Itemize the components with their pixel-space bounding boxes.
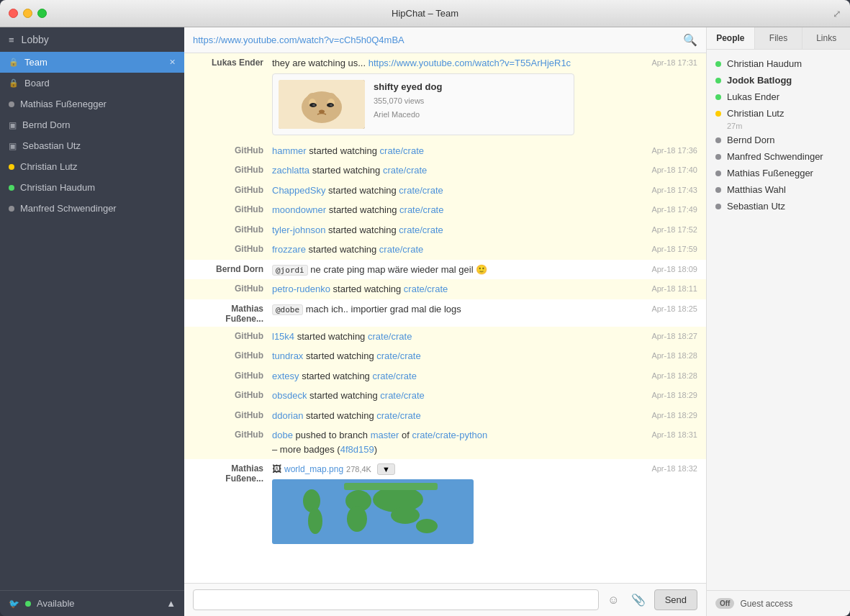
chat-messages[interactable]: Lukas Ender they are watching us... http… xyxy=(184,53,706,583)
message-content: ChappedSky started watching crate/crate xyxy=(272,184,646,198)
github-user-link[interactable]: tyler-johnson xyxy=(272,225,325,235)
message-time: Apr-18 17:31 xyxy=(651,56,697,67)
github-repo-link[interactable]: crate/crate xyxy=(379,244,423,255)
github-user-link[interactable]: obsdeck xyxy=(272,390,307,401)
status-dot xyxy=(715,187,721,193)
message-time: Apr-18 18:28 xyxy=(651,369,697,380)
message-row: GitHub l15k4 started watching crate/crat… xyxy=(184,327,706,347)
message-text: they are watching us... xyxy=(272,58,369,68)
expand-arrow-icon[interactable]: ▲ xyxy=(166,598,176,609)
github-user-link[interactable]: zachlatta xyxy=(272,165,309,176)
github-repo-link[interactable]: crate/crate-python xyxy=(412,430,487,440)
github-repo-link[interactable]: crate/crate xyxy=(383,165,427,176)
github-user-link[interactable]: petro-rudenko xyxy=(272,284,330,294)
footer-icon: 🐦 xyxy=(9,599,19,609)
sidebar-item-sebastian[interactable]: ▣ Sebastian Utz ✕ xyxy=(0,135,184,156)
message-row: GitHub ddorian started watching crate/cr… xyxy=(184,406,706,426)
sidebar-item-manfred[interactable]: Manfred Schwendinger ✕ xyxy=(0,198,184,219)
sidebar-item-christian-lutz[interactable]: Christian Lutz ✕ xyxy=(0,156,184,177)
message-content: l15k4 started watching crate/crate xyxy=(272,330,646,344)
github-user-link[interactable]: hammer xyxy=(272,145,307,156)
sidebar-item-board[interactable]: 🔒 Board ✕ xyxy=(0,73,184,94)
people-list: Christian Haudum Jodok Batlogg Lukas End… xyxy=(707,50,850,590)
message-sender: GitHub xyxy=(193,184,272,195)
github-repo-link[interactable]: crate/crate xyxy=(399,225,443,235)
message-row: GitHub petro-rudenko started watching cr… xyxy=(184,279,706,299)
close-item-icon[interactable]: ✕ xyxy=(169,58,176,67)
message-sender: Mathias Fußene... xyxy=(193,462,272,484)
status-dot xyxy=(715,111,721,117)
video-thumb-image xyxy=(279,80,365,129)
main-layout: ≡ Lobby 🔒 Team ✕ 🔒 Board ✕ xyxy=(0,27,850,616)
message-sender: GitHub xyxy=(193,223,272,235)
github-user-link[interactable]: moondowner xyxy=(272,204,326,215)
header-link[interactable]: https://www.youtube.com/watch?v=cCh5h0Q4… xyxy=(193,35,683,45)
github-user-link[interactable]: extesy xyxy=(272,371,299,381)
github-repo-link[interactable]: crate/crate xyxy=(399,204,443,215)
message-content: tundrax started watching crate/crate xyxy=(272,349,646,363)
fullscreen-button[interactable] xyxy=(37,9,47,18)
file-size: 278,4K xyxy=(346,463,371,476)
github-repo-link[interactable]: crate/crate xyxy=(368,331,412,342)
message-row: GitHub zachlatta started watching crate/… xyxy=(184,160,706,181)
github-repo-link[interactable]: crate/crate xyxy=(380,390,424,401)
branch-link[interactable]: master xyxy=(371,430,399,440)
github-user-link[interactable]: tundrax xyxy=(272,350,303,361)
search-icon[interactable]: 🔍 xyxy=(683,33,697,47)
github-repo-link[interactable]: crate/crate xyxy=(376,350,420,361)
chat-input[interactable] xyxy=(193,589,599,610)
sidebar-item-label: Team xyxy=(24,57,48,68)
github-user-link[interactable]: l15k4 xyxy=(272,331,294,342)
github-user-link[interactable]: ChappedSky xyxy=(272,185,325,196)
github-user-link[interactable]: ddorian xyxy=(272,410,303,421)
person-item: Sebastian Utz xyxy=(707,198,850,214)
minimize-button[interactable] xyxy=(23,9,32,18)
message-sender: GitHub xyxy=(193,428,272,440)
video-title: shifty eyed dog xyxy=(374,80,442,94)
github-repo-link[interactable]: crate/crate xyxy=(372,371,416,381)
github-repo-link[interactable]: crate/crate xyxy=(404,284,448,294)
commit-link[interactable]: 4f8d159 xyxy=(340,444,374,455)
video-info: shifty eyed dog 355,070 views Ariel Mace… xyxy=(374,80,442,129)
titlebar: HipChat – Team ⤢ xyxy=(0,0,850,27)
send-button[interactable]: Send xyxy=(654,589,697,610)
sidebar-item-christian-haudum[interactable]: Christian Haudum ✕ xyxy=(0,177,184,198)
message-link[interactable]: https://www.youtube.com/watch?v=T55ArHje… xyxy=(369,58,571,68)
tab-links[interactable]: Links xyxy=(802,27,850,49)
message-content: ddorian started watching crate/crate xyxy=(272,409,646,423)
person-item: Christian Lutz xyxy=(707,105,850,122)
attach-icon[interactable]: 📎 xyxy=(628,590,648,610)
file-link[interactable]: world_map.png xyxy=(284,463,343,476)
message-time: Apr-18 17:52 xyxy=(651,223,697,234)
close-button[interactable] xyxy=(9,9,18,18)
svg-point-15 xyxy=(391,507,420,524)
download-button[interactable]: ▼ xyxy=(377,463,395,475)
person-item: Mathias Fußenegger xyxy=(707,165,850,181)
svg-point-9 xyxy=(330,104,333,106)
sidebar-item-lobby[interactable]: ≡ Lobby xyxy=(0,27,184,52)
message-time: Apr-18 18:11 xyxy=(651,282,697,293)
message-time: Apr-18 17:43 xyxy=(651,184,697,194)
github-user-link[interactable]: dobe xyxy=(272,430,293,440)
tab-files[interactable]: Files xyxy=(755,27,803,49)
github-repo-link[interactable]: crate/crate xyxy=(376,410,420,421)
message-row: GitHub tyler-johnson started watching cr… xyxy=(184,220,706,240)
expand-icon[interactable]: ⤢ xyxy=(833,8,841,19)
window-title: HipChat – Team xyxy=(392,8,458,19)
sidebar-item-label: Sebastian Utz xyxy=(22,140,81,151)
message-time: Apr-18 17:49 xyxy=(651,203,697,214)
sidebar-item-team[interactable]: 🔒 Team ✕ xyxy=(0,52,184,73)
github-user-link[interactable]: frozzare xyxy=(272,244,306,255)
emoji-icon[interactable]: ☺ xyxy=(605,591,622,610)
message-content: 🖼 world_map.png 278,4K ▼ xyxy=(272,462,646,544)
message-content: extesy started watching crate/crate xyxy=(272,369,646,384)
guest-access-toggle[interactable]: Off xyxy=(715,598,734,609)
github-repo-link[interactable]: crate/crate xyxy=(380,145,424,156)
github-repo-link[interactable]: crate/crate xyxy=(399,185,443,196)
message-time: Apr-18 18:32 xyxy=(651,462,697,473)
tab-people[interactable]: People xyxy=(707,27,755,49)
sidebar-footer: 🐦 Available ▲ xyxy=(0,590,184,616)
sidebar-item-mathias[interactable]: Mathias Fußenegger ✕ xyxy=(0,94,184,114)
message-sender: GitHub xyxy=(193,282,272,294)
sidebar-item-bernd[interactable]: ▣ Bernd Dorn ✕ xyxy=(0,114,184,135)
